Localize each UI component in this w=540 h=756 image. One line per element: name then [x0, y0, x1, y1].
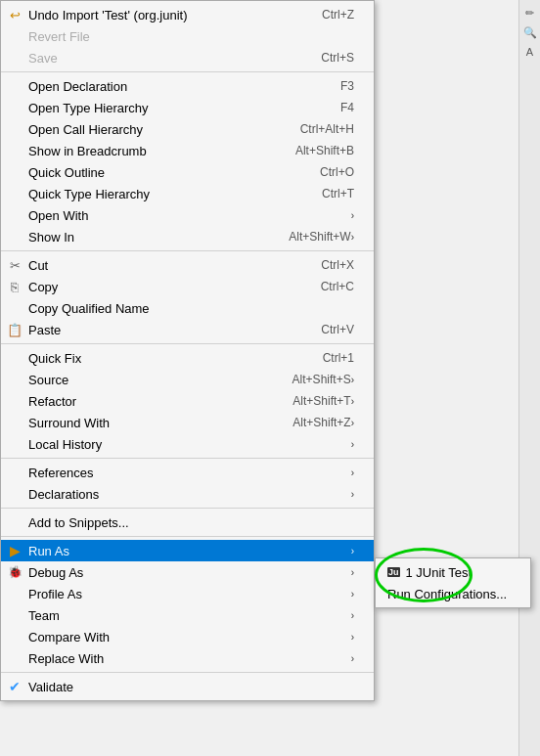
undo-icon: ↩ [7, 7, 22, 22]
menu-item-open-with[interactable]: Open With › [1, 204, 374, 226]
menu-item-source[interactable]: Source Alt+Shift+S › [1, 369, 374, 390]
menu-item-quick-type-hierarchy[interactable]: Quick Type Hierarchy Ctrl+T [1, 183, 374, 204]
menu-item-open-declaration[interactable]: Open Declaration F3 [1, 75, 374, 97]
menu-label-source: Source [28, 373, 263, 387]
arrow-icon-show-in: › [351, 232, 354, 243]
menu-label-team: Team [28, 608, 351, 623]
menu-shortcut-cut: Ctrl+X [321, 258, 354, 272]
submenu-label-run-configurations: Run Configurations... [387, 587, 518, 601]
menu-item-revert: Revert File [1, 25, 374, 47]
menu-label-validate: Validate [28, 680, 354, 694]
validate-icon: ✔ [7, 679, 22, 694]
menu-label-add-snippets: Add to Snippets... [28, 515, 354, 530]
cut-icon: ✂ [7, 257, 22, 273]
menu-item-copy-qualified[interactable]: Copy Qualified Name [1, 297, 374, 319]
arrow-icon-compare-with: › [351, 632, 354, 643]
sidebar-edit-icon[interactable]: ✏ [521, 4, 539, 22]
menu-item-references[interactable]: References › [1, 462, 374, 483]
sidebar-text-icon[interactable]: A [521, 43, 539, 61]
menu-item-add-snippets[interactable]: Add to Snippets... [1, 511, 374, 533]
sidebar-search-icon[interactable]: 🔍 [521, 23, 539, 41]
menu-label-open-declaration: Open Declaration [28, 79, 311, 94]
menu-shortcut-show-in: Alt+Shift+W [289, 230, 350, 244]
menu-item-open-type-hierarchy[interactable]: Open Type Hierarchy F4 [1, 97, 374, 118]
arrow-icon-profile-as: › [351, 589, 354, 600]
menu-item-local-history[interactable]: Local History › [1, 433, 374, 455]
menu-label-open-call-hierarchy: Open Call Hierarchy [28, 122, 271, 137]
arrow-icon-source: › [351, 375, 354, 385]
menu-label-cut: Cut [28, 258, 292, 273]
menu-shortcut-quick-type-hierarchy: Ctrl+T [322, 187, 354, 200]
menu-shortcut-source: Alt+Shift+S [292, 373, 351, 386]
menu-item-profile-as[interactable]: Profile As › [1, 583, 374, 604]
menu-item-validate[interactable]: ✔ Validate [1, 676, 374, 697]
menu-item-replace-with[interactable]: Replace With › [1, 647, 374, 669]
menu-label-paste: Paste [28, 323, 292, 337]
menu-label-declarations: Declarations [28, 487, 351, 502]
menu-label-replace-with: Replace With [28, 651, 351, 666]
menu-shortcut-open-declaration: F3 [340, 79, 354, 93]
menu-item-compare-with[interactable]: Compare With › [1, 626, 374, 647]
submenu-item-junit-test[interactable]: Ju 1 JUnit Test [376, 561, 530, 583]
arrow-icon-team: › [351, 610, 354, 621]
menu-shortcut-copy: Ctrl+C [321, 280, 354, 293]
menu-shortcut-refactor: Alt+Shift+T [292, 394, 350, 408]
menu-label-copy: Copy [28, 280, 292, 294]
arrow-icon-references: › [351, 467, 354, 478]
menu-label-references: References [28, 466, 351, 480]
menu-item-surround-with[interactable]: Surround With Alt+Shift+Z › [1, 412, 374, 433]
separator-6 [1, 536, 374, 537]
menu-item-save: Save Ctrl+S [1, 47, 374, 68]
separator-1 [1, 71, 374, 72]
ju-icon: Ju [387, 567, 400, 577]
menu-shortcut-show-breadcrumb: Alt+Shift+B [295, 144, 354, 157]
menu-item-show-in[interactable]: Show In Alt+Shift+W › [1, 226, 374, 247]
separator-7 [1, 672, 374, 673]
menu-item-declarations[interactable]: Declarations › [1, 483, 374, 505]
menu-label-local-history: Local History [28, 437, 351, 452]
run-as-icon: ▶ [7, 543, 22, 558]
menu-item-show-breadcrumb[interactable]: Show in Breadcrumb Alt+Shift+B [1, 140, 374, 161]
menu-shortcut-open-call-hierarchy: Ctrl+Alt+H [300, 122, 354, 136]
menu-item-quick-fix[interactable]: Quick Fix Ctrl+1 [1, 347, 374, 369]
menu-item-undo[interactable]: ↩ Undo Import 'Test' (org.junit) Ctrl+Z [1, 4, 374, 25]
menu-item-debug-as[interactable]: 🐞 Debug As › [1, 561, 374, 583]
separator-4 [1, 458, 374, 459]
menu-item-copy[interactable]: ⎘ Copy Ctrl+C [1, 276, 374, 297]
run-as-submenu: Ju 1 JUnit Test Run Configurations... [375, 557, 531, 608]
menu-item-cut[interactable]: ✂ Cut Ctrl+X [1, 254, 374, 276]
menu-label-show-breadcrumb: Show in Breadcrumb [28, 144, 266, 158]
copy-icon: ⎘ [7, 279, 22, 294]
menu-label-run-as: Run As [28, 544, 351, 558]
menu-label-refactor: Refactor [28, 394, 263, 409]
context-menu: ↩ Undo Import 'Test' (org.junit) Ctrl+Z … [0, 0, 375, 701]
menu-item-run-as[interactable]: ▶ Run As › [1, 540, 374, 561]
submenu-label-junit-test: 1 JUnit Test [406, 565, 518, 580]
menu-label-copy-qualified: Copy Qualified Name [28, 301, 354, 316]
arrow-icon-surround-with: › [351, 418, 354, 428]
menu-label-surround-with: Surround With [28, 416, 263, 430]
separator-3 [1, 343, 374, 344]
menu-label-quick-outline: Quick Outline [28, 165, 291, 180]
menu-shortcut-quick-fix: Ctrl+1 [323, 351, 354, 365]
submenu-item-run-configurations[interactable]: Run Configurations... [376, 583, 530, 604]
separator-2 [1, 250, 374, 251]
arrow-icon-debug-as: › [351, 567, 354, 578]
menu-item-paste[interactable]: 📋 Paste Ctrl+V [1, 319, 374, 340]
arrow-icon-replace-with: › [351, 653, 354, 664]
menu-item-quick-outline[interactable]: Quick Outline Ctrl+O [1, 161, 374, 183]
arrow-icon-local-history: › [351, 439, 354, 450]
menu-label-quick-fix: Quick Fix [28, 351, 293, 366]
menu-item-refactor[interactable]: Refactor Alt+Shift+T › [1, 390, 374, 412]
menu-label-undo: Undo Import 'Test' (org.junit) [28, 8, 292, 22]
menu-item-open-call-hierarchy[interactable]: Open Call Hierarchy Ctrl+Alt+H [1, 118, 374, 140]
menu-label-save: Save [28, 51, 292, 66]
menu-label-profile-as: Profile As [28, 587, 351, 601]
menu-shortcut-save: Ctrl+S [321, 51, 354, 65]
menu-item-team[interactable]: Team › [1, 604, 374, 626]
arrow-icon-declarations: › [351, 489, 354, 500]
sidebar: ✏ 🔍 A [518, 0, 540, 756]
arrow-icon-run-as: › [351, 546, 354, 556]
menu-shortcut-quick-outline: Ctrl+O [320, 165, 354, 179]
menu-shortcut-open-type-hierarchy: F4 [340, 101, 354, 114]
